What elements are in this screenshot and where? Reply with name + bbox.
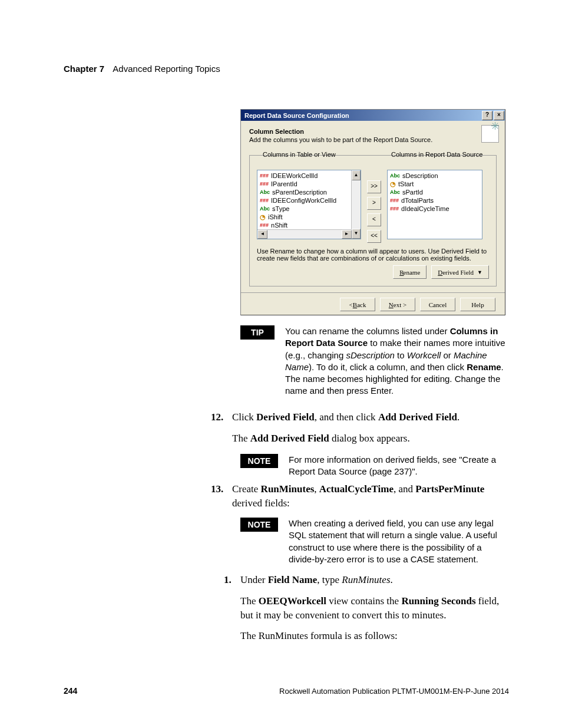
substep-1: 1. Under Field Name, type RunMinutes. Th… xyxy=(224,573,509,643)
cancel-button[interactable]: Cancel xyxy=(420,298,455,311)
note-tag: NOTE xyxy=(240,454,278,468)
list-item: ###dTotalParts xyxy=(388,196,482,205)
list-item: ◔iShift xyxy=(257,213,361,221)
publication-info: Rockwell Automation Publication PLTMT-UM… xyxy=(279,687,509,696)
text-icon: Abc xyxy=(390,173,400,179)
note-callout: NOTE For more information on derived fie… xyxy=(240,454,509,478)
right-list-header: Columns in Report Data Source xyxy=(391,151,482,158)
move-all-right-button[interactable]: >> xyxy=(367,180,381,193)
tip-body: You can rename the columns listed under … xyxy=(285,325,509,397)
number-icon: ### xyxy=(260,173,269,179)
note-callout-2: NOTE When creating a derived field, you … xyxy=(240,518,509,565)
scrollbar-horizontal[interactable]: ◄► xyxy=(257,229,352,239)
list-item: ###IDEEConfigWorkCellId xyxy=(257,196,361,205)
available-columns-list[interactable]: ###IDEEWorkCellId ###IParentId AbcsParen… xyxy=(257,170,361,239)
dialog-window: Report Data Source Configuration ? × Col… xyxy=(240,109,505,315)
text-icon: Abc xyxy=(260,189,270,195)
chapter-label: Chapter 7 xyxy=(64,64,104,74)
list-item: ###IDEEWorkCellId xyxy=(257,172,361,180)
list-item: ###dIdealCycleTime xyxy=(388,205,482,213)
number-icon: ### xyxy=(390,197,399,203)
tip-callout: TIP You can rename the columns listed un… xyxy=(240,325,509,397)
section-subtitle: Add the columns you wish to be part of t… xyxy=(249,136,497,143)
dialog-titlebar: Report Data Source Configuration ? × xyxy=(241,110,505,121)
note-tag: NOTE xyxy=(240,518,278,532)
step-12: 12. Click Derived Field, and then click … xyxy=(211,410,509,446)
derived-field-button[interactable]: Derived Field▼ xyxy=(431,265,489,279)
tip-tag: TIP xyxy=(240,325,275,340)
list-item: ◔tStart xyxy=(388,180,482,188)
help-button[interactable]: Help xyxy=(460,298,495,311)
list-item: AbcsParentDescription xyxy=(257,188,361,196)
page-number: 244 xyxy=(64,686,77,696)
selected-columns-list[interactable]: AbcsDescription ◔tStart AbcsPartId ###dT… xyxy=(387,170,482,239)
list-item: AbcsType xyxy=(257,205,361,213)
text-icon: Abc xyxy=(260,206,270,212)
move-right-button[interactable]: > xyxy=(367,197,381,210)
list-item: ###IParentId xyxy=(257,180,361,188)
hint-text: Use Rename to change how a column will a… xyxy=(257,248,489,262)
back-button[interactable]: < Back xyxy=(340,298,375,311)
wizard-icon xyxy=(481,125,499,143)
close-icon[interactable]: × xyxy=(494,111,504,120)
next-button[interactable]: Next > xyxy=(380,298,415,311)
list-item: ###nShift xyxy=(257,221,361,229)
move-all-left-button[interactable]: << xyxy=(367,230,381,243)
list-item: AbcsDescription xyxy=(388,172,482,180)
text-icon: Abc xyxy=(390,189,400,195)
note-body: For more information on derived fields, … xyxy=(289,454,509,478)
number-icon: ### xyxy=(260,222,269,228)
scrollbar-vertical[interactable]: ▲▼ xyxy=(351,170,361,239)
step-13: 13. Create RunMinutes, ActualCycleTime, … xyxy=(211,482,509,510)
move-left-button[interactable]: < xyxy=(367,213,381,226)
number-icon: ### xyxy=(260,197,269,203)
rename-button[interactable]: Rename xyxy=(393,265,427,279)
number-icon: ### xyxy=(390,206,399,212)
left-list-header: Columns in Table or View xyxy=(263,151,336,158)
column-group: Columns in Table or View Columns in Repo… xyxy=(249,155,497,286)
chevron-down-icon: ▼ xyxy=(477,269,482,275)
time-icon: ◔ xyxy=(390,182,396,187)
time-icon: ◔ xyxy=(260,215,266,220)
topic-label: Advanced Reporting Topics xyxy=(113,64,220,74)
note-body: When creating a derived field, you can u… xyxy=(289,518,509,565)
dialog-title: Report Data Source Configuration xyxy=(244,112,349,119)
help-icon[interactable]: ? xyxy=(482,111,492,120)
page-header: Chapter 7 Advanced Reporting Topics xyxy=(64,64,220,74)
number-icon: ### xyxy=(260,181,269,187)
list-item: AbcsPartId xyxy=(388,188,482,196)
section-title: Column Selection xyxy=(249,128,497,135)
